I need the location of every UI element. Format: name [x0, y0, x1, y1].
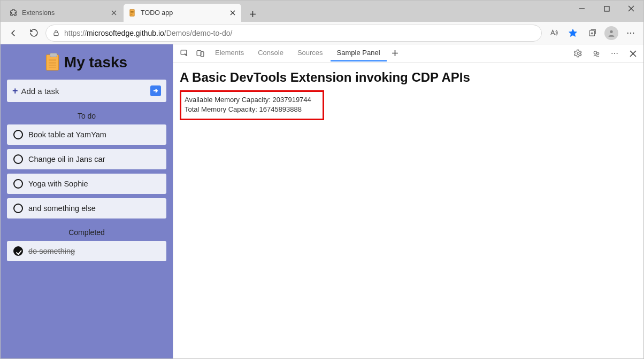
devtools-more-button[interactable]: [607, 46, 622, 61]
devtools-tab-elements[interactable]: Elements: [209, 45, 250, 61]
more-button[interactable]: [622, 25, 639, 42]
svg-rect-2: [54, 33, 58, 35]
browser-tab-todo-app[interactable]: TODO app: [124, 4, 241, 22]
devtools-tab-console[interactable]: Console: [251, 45, 290, 61]
devtools-tab-sources[interactable]: Sources: [291, 45, 329, 61]
memory-readout-highlight: Available Memory Capacity: 2037919744 To…: [180, 90, 324, 120]
task-item[interactable]: Yoga with Sophie: [7, 174, 166, 194]
document-icon: [128, 9, 136, 17]
page-title-text: My tasks: [64, 54, 127, 71]
task-item[interactable]: Change oil in Jans car: [7, 149, 166, 169]
lock-icon: [52, 29, 60, 37]
close-window-button[interactable]: [619, 1, 643, 17]
refresh-button[interactable]: [25, 25, 42, 42]
browser-toolbar: https://microsoftedge.github.io/Demos/de…: [1, 22, 643, 44]
task-text: Book table at YamYam: [28, 130, 106, 139]
browser-tabstrip: Extensions TODO app: [1, 1, 643, 22]
svg-point-13: [597, 52, 599, 54]
avatar-icon: [604, 26, 618, 40]
devtools-panel: Elements Console Sources Sample Panel A …: [173, 44, 643, 358]
address-bar[interactable]: https://microsoftedge.github.io/Demos/de…: [45, 25, 542, 42]
window-controls: [570, 1, 643, 22]
devtools-close-button[interactable]: [625, 46, 640, 61]
feedback-icon[interactable]: [589, 46, 604, 61]
section-completed-heading: Completed: [7, 228, 166, 237]
task-text: do something: [28, 247, 75, 255]
svg-point-14: [611, 53, 612, 54]
new-tab-button[interactable]: [244, 6, 260, 22]
svg-point-11: [577, 52, 579, 54]
back-button[interactable]: [5, 25, 22, 42]
svg-point-12: [594, 51, 596, 54]
task-text: Change oil in Jans car: [28, 155, 105, 163]
task-checkbox[interactable]: [13, 179, 23, 189]
extension-heading: A Basic DevTools Extension invoking CDP …: [180, 70, 637, 85]
add-task-label: Add a task: [21, 87, 150, 96]
maximize-button[interactable]: [594, 1, 619, 17]
svg-point-7: [633, 32, 634, 33]
add-task-button[interactable]: + Add a task: [7, 80, 166, 102]
todo-app: My tasks + Add a task To do Book table a…: [1, 44, 173, 358]
page-title: My tasks: [7, 54, 166, 71]
devtools-tabbar: Elements Console Sources Sample Panel: [173, 44, 643, 63]
favorite-button[interactable]: [564, 25, 581, 42]
tab-title: Extensions: [22, 9, 110, 17]
task-text: Yoga with Sophie: [28, 180, 88, 188]
extension-icon: [9, 9, 18, 17]
svg-rect-8: [181, 50, 187, 55]
close-tab-button[interactable]: [110, 9, 118, 17]
inspect-element-button[interactable]: [177, 46, 191, 61]
profile-button[interactable]: [603, 25, 620, 42]
svg-point-16: [617, 53, 618, 54]
section-todo-heading: To do: [7, 112, 166, 120]
clipboard-icon: [46, 54, 59, 71]
available-memory-line: Available Memory Capacity: 2037919744: [185, 95, 316, 105]
task-checkbox[interactable]: [13, 204, 23, 213]
task-checkbox[interactable]: [13, 154, 23, 164]
task-checkbox-checked[interactable]: [13, 246, 23, 256]
url-text: https://microsoftedge.github.io/Demos/de…: [64, 29, 535, 37]
total-memory-line: Total Memory Capacity: 16745893888: [185, 105, 316, 114]
devtools-tab-sample-panel[interactable]: Sample Panel: [331, 45, 387, 61]
devtools-content: A Basic DevTools Extension invoking CDP …: [173, 63, 643, 128]
svg-rect-1: [604, 6, 609, 11]
settings-icon[interactable]: [571, 46, 586, 61]
submit-icon[interactable]: [150, 85, 161, 96]
svg-point-6: [630, 32, 631, 33]
close-tab-button[interactable]: [228, 9, 237, 17]
devtools-add-tab-button[interactable]: [388, 46, 403, 61]
svg-point-4: [610, 30, 612, 33]
svg-point-15: [614, 53, 615, 54]
task-item[interactable]: and something else: [7, 198, 166, 218]
task-text: and something else: [28, 204, 96, 213]
read-aloud-button[interactable]: [545, 25, 562, 42]
tab-title: TODO app: [141, 9, 228, 17]
plus-icon: +: [12, 85, 18, 97]
svg-point-5: [627, 32, 628, 33]
device-toggle-button[interactable]: [193, 46, 208, 61]
task-item[interactable]: Book table at YamYam: [7, 124, 166, 145]
browser-tab-extensions[interactable]: Extensions: [5, 4, 122, 22]
collections-button[interactable]: [584, 25, 601, 42]
minimize-button[interactable]: [570, 1, 594, 17]
task-item-completed[interactable]: do something: [7, 241, 166, 261]
task-checkbox[interactable]: [13, 130, 23, 139]
